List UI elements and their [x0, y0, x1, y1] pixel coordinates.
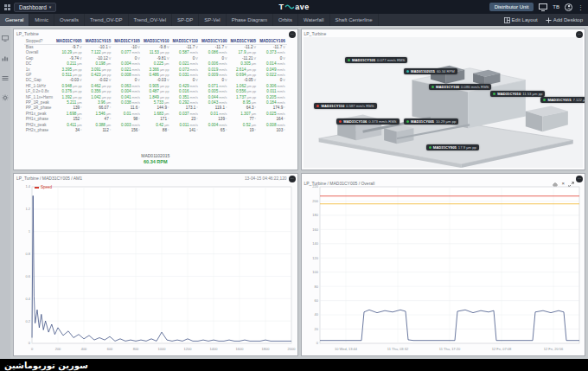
panel-menu-button[interactable]: ···	[289, 176, 296, 182]
chart-icon[interactable]	[2, 49, 9, 65]
panel-sensor-table: LP_Turbine ··· Stopped?MAD31CY005MAD31CY…	[13, 29, 298, 170]
user-avatar-icon[interactable]	[565, 3, 572, 11]
value-cell: -9.8V	[142, 45, 171, 51]
callout-sensor-name: MAD31CY905	[433, 145, 457, 150]
left-toolbar	[0, 26, 10, 359]
svg-text:10 Wed, 13:44: 10 Wed, 13:44	[335, 347, 358, 351]
tb-label: TB	[553, 4, 559, 10]
svg-text:200: 200	[55, 347, 61, 351]
tab-sp-vel[interactable]: SP-Vel	[199, 14, 226, 26]
svg-text:800: 800	[133, 347, 139, 351]
sensor-callout[interactable]: MAD31CY0157.122 µm pp	[540, 97, 585, 103]
sensor-callout[interactable]: MAD31CY00510.29 µm pp	[404, 118, 458, 125]
tab-mimic[interactable]: Mimic	[29, 14, 54, 26]
edit-layout-button[interactable]: Edit Layout	[504, 17, 538, 23]
value-cell: -9.7V	[54, 45, 84, 51]
value-cell: -10V	[112, 45, 142, 51]
sensor-callout[interactable]: MAD31CY90517.9 µm pp	[426, 144, 479, 150]
sensor-callout[interactable]: MAD0110201560.34 RPM	[404, 68, 457, 74]
wave-icon	[284, 3, 294, 10]
add-desktop-button[interactable]: Add Desktop	[546, 17, 583, 23]
tab-general[interactable]: General	[0, 14, 29, 26]
svg-text:1.4: 1.4	[25, 184, 30, 189]
desktop-tab-bar: GeneralMimicOverallsTrend_OV-DPTrend_OV-…	[0, 14, 588, 26]
tab-overalls[interactable]: Overalls	[54, 14, 85, 26]
callout-sensor-value: 0.373 mm/s RMS	[368, 119, 396, 124]
tab-trend-ov-dp[interactable]: Trend_OV-DP	[85, 14, 128, 26]
panel-menu-button[interactable]: ···	[576, 31, 583, 38]
rpm-sensor-name: MAD01102015	[14, 153, 297, 159]
value-cell: -10.1V	[84, 45, 113, 51]
value-cell: 156°	[112, 128, 142, 133]
dashboard-label: Dashboard	[19, 4, 47, 10]
watermark-text: سورین توربوماشین	[4, 361, 88, 370]
rpm-value: 60.34 RPM	[14, 159, 297, 165]
sensor-callout[interactable]: MAD31CY1060.373 mm/s RMS	[336, 118, 399, 125]
svg-text:80: 80	[314, 285, 318, 289]
svg-text:0: 0	[316, 341, 318, 345]
panel-menu-button[interactable]: ···	[576, 176, 583, 182]
panel-3d-model: LP_Turbine ···	[301, 29, 586, 170]
trend-chart[interactable]: 02040608010012014016018020022010 Wed, 13…	[304, 182, 584, 354]
callout-sensor-name: MAD31CY005	[411, 119, 434, 124]
sensor-callout[interactable]: MAD31CY1000.086 mm/s RMS	[429, 84, 491, 90]
sensor-callout[interactable]: MAD31CY1100.587 mm/s RMS	[314, 103, 376, 109]
monitor-icon[interactable]	[2, 29, 9, 45]
value-cell: 34°	[54, 128, 84, 133]
panel-menu-button[interactable]: ···	[289, 31, 296, 38]
twave-logo: T ave	[278, 3, 309, 11]
svg-text:100: 100	[312, 270, 318, 274]
apps-grid-icon[interactable]	[4, 4, 10, 10]
svg-text:1: 1	[29, 229, 31, 233]
tab-orbits[interactable]: Orbits	[273, 14, 298, 26]
svg-text:1.2: 1.2	[25, 207, 30, 211]
status-dot	[406, 120, 409, 123]
sensor-callout[interactable]: MAD31CY01011.53 µm pp	[490, 91, 545, 97]
svg-text:11 Thu, 17:20: 11 Thu, 17:20	[438, 347, 460, 351]
turbine-3d-view[interactable]: MAD31CY1050.077 mm/s RMSMAD0110201560.34…	[304, 37, 584, 168]
svg-text:0.6: 0.6	[25, 274, 30, 278]
value-cell: -11.7V	[258, 45, 287, 51]
edit-layout-label: Edit Layout	[512, 17, 538, 22]
distributor-unit-button[interactable]: Distributor Unit	[489, 3, 534, 11]
value-cell: 103°	[258, 128, 287, 133]
sensor-column-header: MAD31CY905	[229, 38, 259, 45]
status-dot	[406, 70, 409, 73]
tab-sp-dp[interactable]: SP-DP	[172, 14, 199, 26]
callout-sensor-name: MAD31CY015	[547, 98, 571, 102]
callout-sensor-name: MAD31CY110	[321, 104, 344, 108]
tab-phase-diagram[interactable]: Phase Diagram	[227, 14, 273, 26]
monitor-icon[interactable]	[539, 0, 547, 15]
spectrum-chart[interactable]: 00.20.40.60.811.21.402004006008001000120…	[16, 182, 296, 354]
svg-text:200: 200	[312, 199, 318, 203]
svg-text:20: 20	[314, 327, 318, 331]
svg-text:40: 40	[314, 312, 318, 317]
sensor-table-container: Stopped?MAD31CY005MAD31CY015MAD31CY105MA…	[14, 38, 297, 134]
list-icon[interactable]	[2, 69, 9, 85]
svg-text:2000: 2000	[288, 347, 296, 351]
value-cell: 88°	[142, 128, 171, 133]
svg-text:60: 60	[314, 298, 318, 303]
panel-trend: LP_Turbine / MAD31CY005 / Overall × ··· …	[301, 173, 586, 356]
kebab-menu-icon[interactable]: ⋮	[578, 4, 584, 10]
callout-sensor-name: MAD31CY105	[352, 58, 375, 62]
tab-trend-ov-vel[interactable]: Trend_OV-Vel	[129, 14, 172, 26]
tab-shaft-centerline[interactable]: Shaft Centerline	[330, 14, 379, 26]
callout-sensor-value: 0.587 mm/s RMS	[346, 104, 374, 108]
logo-text-prefix: T	[278, 3, 284, 11]
svg-text:1800: 1800	[262, 347, 271, 351]
svg-text:140: 140	[312, 241, 318, 246]
table-row: Bias-9.7V-10.1V-10V-9.8V-11.7V-11.7V-11.…	[24, 45, 287, 51]
svg-text:12 Fri, 20:56: 12 Fri, 20:56	[543, 347, 563, 351]
tab-waterfall[interactable]: Waterfall	[298, 14, 329, 26]
status-dot	[316, 105, 319, 107]
callout-sensor-name: MAD31CY106	[343, 119, 367, 124]
status-dot	[431, 86, 434, 88]
dashboard-dropdown[interactable]: Dashboard ▾	[14, 3, 56, 12]
gear-icon[interactable]	[2, 89, 9, 105]
svg-text:400: 400	[81, 347, 87, 351]
sensor-callout[interactable]: MAD31CY1050.077 mm/s RMS	[345, 57, 407, 63]
callout-sensor-name: MAD31CY100	[436, 85, 459, 89]
svg-text:1400: 1400	[210, 347, 219, 351]
table-row: PH2x_phase34°112°156°88°141°65°19°103°	[24, 128, 287, 133]
